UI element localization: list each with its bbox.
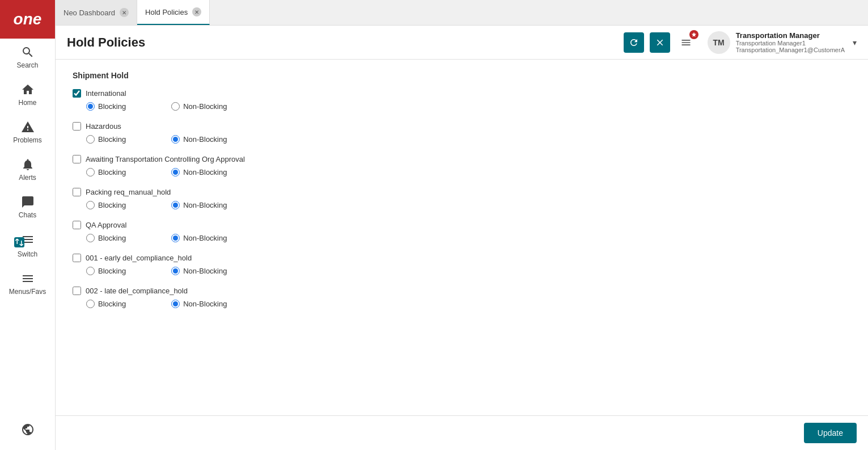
- radio-hazardous-blocking[interactable]: Blocking: [86, 135, 126, 144]
- hold-item-001-early: 001 - early del_compliance_hold Blocking…: [73, 254, 851, 275]
- blocking-label: Blocking: [98, 102, 126, 111]
- label-hazardous: Hazardous: [86, 122, 121, 131]
- close-page-button[interactable]: [650, 32, 670, 53]
- content-area: Shipment Hold International Blocking: [56, 60, 868, 450]
- sidebar-item-home[interactable]: Home: [0, 76, 55, 113]
- tab-close-neo-dashboard[interactable]: ✕: [120, 8, 129, 17]
- label-packing-req: Packing req_manual_hold: [86, 188, 171, 196]
- sidebar-label-problems: Problems: [13, 136, 42, 144]
- sidebar-label-alerts: Alerts: [19, 174, 36, 182]
- radio-input-international-nonblocking[interactable]: [171, 102, 180, 111]
- tabs-bar: Neo Dashboard ✕ Hold Policies ✕: [56, 0, 868, 26]
- radio-qa-nonblocking[interactable]: Non-Blocking: [171, 234, 227, 242]
- checkbox-international[interactable]: [73, 89, 81, 98]
- user-role: Transportation Manager1: [736, 40, 845, 47]
- tab-close-hold-policies[interactable]: ✕: [192, 7, 201, 16]
- menu-badge: [689, 30, 698, 39]
- avatar: TM: [708, 31, 730, 54]
- checkbox-packing-req[interactable]: [73, 188, 81, 196]
- hold-item-hazardous: Hazardous Blocking Non-Blocking: [73, 122, 851, 144]
- sidebar-label-switch: Switch: [18, 250, 37, 258]
- hold-item-awaiting-approval: Awaiting Transportation Controlling Org …: [73, 155, 851, 176]
- nonblocking-label: Non-Blocking: [183, 102, 227, 111]
- radio-hazardous-nonblocking[interactable]: Non-Blocking: [171, 135, 227, 144]
- radio-input-awaiting-blocking[interactable]: [86, 168, 95, 176]
- radio-input-awaiting-nonblocking[interactable]: [171, 168, 180, 176]
- radio-input-001early-blocking[interactable]: [86, 267, 95, 275]
- tab-hold-policies[interactable]: Hold Policies ✕: [137, 0, 210, 25]
- sidebar-item-switch[interactable]: Switch: [0, 226, 55, 265]
- hamburger-icon: [680, 37, 692, 48]
- label-awaiting-approval: Awaiting Transportation Controlling Org …: [86, 155, 245, 163]
- sidebar-bottom: [0, 416, 55, 450]
- sidebar-item-alerts[interactable]: Alerts: [0, 151, 55, 188]
- sidebar-item-problems[interactable]: Problems: [0, 113, 55, 151]
- radio-input-qa-blocking[interactable]: [86, 234, 95, 242]
- label-qa-approval: QA Approval: [86, 221, 126, 229]
- content-panel: Shipment Hold International Blocking: [56, 60, 868, 450]
- radio-international-nonblocking[interactable]: Non-Blocking: [171, 102, 227, 111]
- checkbox-002-late[interactable]: [73, 287, 81, 295]
- radio-international-blocking[interactable]: Blocking: [86, 102, 126, 111]
- hold-item-002-late: 002 - late del_compliance_hold Blocking …: [73, 287, 851, 308]
- checkbox-hazardous[interactable]: [73, 122, 81, 131]
- sidebar-label-search: Search: [16, 61, 38, 69]
- refresh-icon: [629, 37, 639, 48]
- search-icon: [21, 45, 35, 59]
- sidebar-item-search[interactable]: Search: [0, 39, 55, 76]
- sidebar-item-chats[interactable]: Chats: [0, 188, 55, 226]
- close-icon: [655, 37, 665, 48]
- label-001-early: 001 - early del_compliance_hold: [86, 254, 192, 262]
- radio-qa-blocking[interactable]: Blocking: [86, 234, 126, 242]
- hold-item-international: International Blocking Non-Blocking: [73, 89, 851, 111]
- user-area[interactable]: TM Transportation Manager Transportation…: [708, 31, 857, 54]
- checkbox-001-early[interactable]: [73, 254, 81, 262]
- header-actions: TM Transportation Manager Transportation…: [624, 31, 857, 54]
- main-content: Neo Dashboard ✕ Hold Policies ✕ Hold Pol…: [56, 0, 868, 450]
- globe-icon: [21, 423, 35, 436]
- radio-input-packing-blocking[interactable]: [86, 201, 95, 209]
- content-footer: Update: [56, 415, 868, 450]
- radio-002late-nonblocking[interactable]: Non-Blocking: [171, 300, 227, 308]
- radio-input-002late-nonblocking[interactable]: [171, 300, 180, 308]
- radio-packing-nonblocking[interactable]: Non-Blocking: [171, 201, 227, 209]
- radio-input-qa-nonblocking[interactable]: [171, 234, 180, 242]
- radio-awaiting-nonblocking[interactable]: Non-Blocking: [171, 168, 227, 176]
- update-button[interactable]: Update: [804, 423, 857, 443]
- home-icon: [21, 83, 35, 96]
- user-name: Transportation Manager: [736, 31, 845, 40]
- content-scroll: Shipment Hold International Blocking: [56, 60, 868, 415]
- radio-input-international-blocking[interactable]: [86, 102, 95, 111]
- checkbox-qa-approval[interactable]: [73, 221, 81, 229]
- bell-icon: [21, 158, 35, 171]
- user-info: Transportation Manager Transportation Ma…: [736, 31, 845, 53]
- refresh-button[interactable]: [624, 32, 644, 53]
- radio-input-002late-blocking[interactable]: [86, 300, 95, 308]
- chat-icon: [21, 195, 35, 209]
- radio-input-001early-nonblocking[interactable]: [171, 267, 180, 275]
- tab-neo-dashboard[interactable]: Neo Dashboard ✕: [56, 0, 137, 25]
- radio-awaiting-blocking[interactable]: Blocking: [86, 168, 126, 176]
- tab-label-neo-dashboard: Neo Dashboard: [63, 9, 115, 17]
- sidebar-label-menus: Menus/Favs: [9, 288, 46, 296]
- radio-input-hazardous-blocking[interactable]: [86, 135, 95, 144]
- radio-input-packing-nonblocking[interactable]: [171, 201, 180, 209]
- radio-packing-blocking[interactable]: Blocking: [86, 201, 126, 209]
- radio-input-hazardous-nonblocking[interactable]: [171, 135, 180, 144]
- checkbox-awaiting-approval[interactable]: [73, 155, 81, 163]
- hold-item-qa-approval: QA Approval Blocking Non-Blocking: [73, 221, 851, 242]
- sidebar-label-chats: Chats: [19, 211, 36, 219]
- radio-001early-blocking[interactable]: Blocking: [86, 267, 126, 275]
- sidebar-item-menus[interactable]: Menus/Favs: [0, 265, 55, 302]
- tab-label-hold-policies: Hold Policies: [145, 8, 188, 16]
- label-002-late: 002 - late del_compliance_hold: [86, 287, 188, 295]
- menu-icon: [21, 272, 35, 285]
- page-header: Hold Policies TM Transportation Manager …: [56, 26, 868, 60]
- menu-button[interactable]: [676, 32, 696, 53]
- sidebar-item-settings[interactable]: [0, 416, 55, 443]
- problems-icon: [21, 120, 35, 134]
- radio-001early-nonblocking[interactable]: Non-Blocking: [171, 267, 227, 275]
- radio-002late-blocking[interactable]: Blocking: [86, 300, 126, 308]
- sidebar: one Search Home Problems Alerts Chats Sw…: [0, 0, 56, 450]
- app-logo[interactable]: one: [0, 0, 55, 39]
